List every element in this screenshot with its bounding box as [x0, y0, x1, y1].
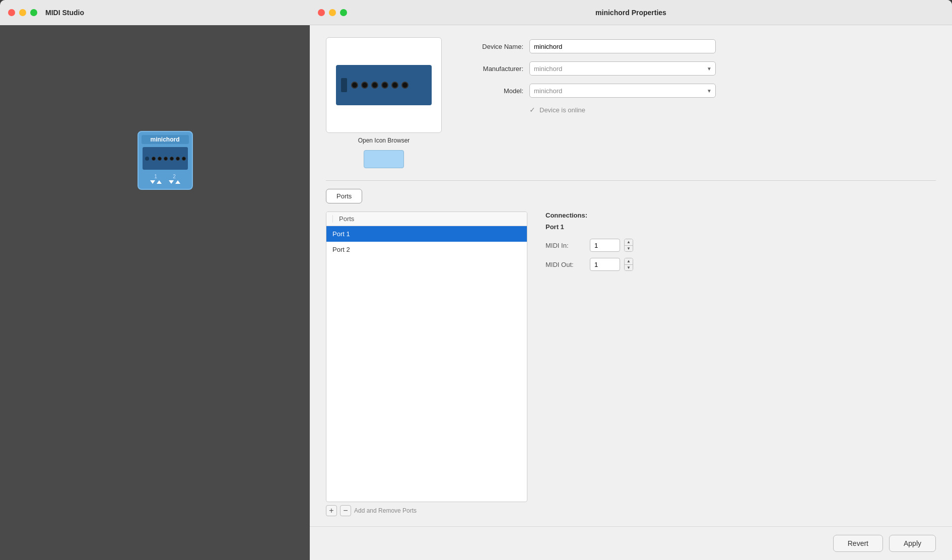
midi-out-stepper: ▲ ▼	[624, 258, 633, 271]
large-knob-2	[361, 82, 368, 89]
device-online-checkmark-icon: ✓	[529, 106, 535, 114]
midi-in-stepper-down[interactable]: ▼	[625, 246, 633, 252]
icon-area: Open Icon Browser	[326, 37, 442, 168]
device-image-small	[143, 147, 188, 170]
port-row-2[interactable]: Port 2	[326, 242, 527, 257]
port-number-1: 1	[154, 174, 157, 179]
midi-out-label: MIDI Out:	[546, 261, 586, 268]
device-knob-1	[152, 157, 156, 161]
add-port-button[interactable]: +	[326, 505, 337, 516]
large-knob-3	[371, 82, 378, 89]
props-tl-green[interactable]	[340, 9, 347, 16]
revert-button[interactable]: Revert	[833, 535, 883, 552]
connections-title: Connections:	[546, 212, 928, 219]
large-knob-4	[381, 82, 388, 89]
device-card: minichord 1	[138, 131, 193, 190]
ports-actions: + − Add and Remove Ports	[326, 505, 527, 516]
top-divider	[326, 180, 936, 181]
connections-section: Connections: Port 1 MIDI In: ▲ ▼ MIDI Ou…	[537, 212, 936, 516]
device-knob-6	[182, 157, 186, 161]
traffic-light-green[interactable]	[30, 9, 37, 16]
apply-button[interactable]: Apply	[889, 535, 936, 552]
device-name-row: Device Name:	[458, 39, 936, 53]
props-tl-red[interactable]	[318, 9, 325, 16]
ports-table: Ports Port 1 Port 2	[326, 212, 527, 502]
properties-content: Open Icon Browser Device Name: Manufactu…	[310, 25, 952, 526]
color-swatch[interactable]	[364, 150, 404, 168]
arrow-down-2	[169, 180, 174, 184]
open-icon-browser-button[interactable]: Open Icon Browser	[358, 137, 410, 144]
device-node-minichord[interactable]: minichord 1	[136, 131, 194, 190]
large-knob-6	[401, 82, 409, 89]
midi-in-label: MIDI In:	[546, 242, 586, 249]
icon-box	[326, 37, 442, 133]
midi-studio-canvas: minichord 1	[0, 25, 310, 560]
device-image-large	[336, 65, 432, 105]
model-select[interactable]: minichord	[529, 84, 716, 98]
device-knob-4	[170, 157, 174, 161]
manufacturer-select[interactable]: minichord	[529, 61, 716, 76]
device-knob-3	[164, 157, 168, 161]
arrow-down-1	[150, 180, 155, 184]
tab-ports[interactable]: Ports	[326, 189, 362, 203]
port-group-1: 1	[150, 174, 162, 184]
device-ports-row: 1 2	[142, 174, 189, 184]
port-arrows-1	[150, 180, 162, 184]
traffic-light-red[interactable]	[8, 9, 15, 16]
model-label: Model:	[458, 87, 523, 95]
midi-studio-window: MIDI Studio minichord	[0, 0, 310, 560]
midi-out-row: MIDI Out: ▲ ▼	[546, 258, 928, 271]
manufacturer-label: Manufacturer:	[458, 65, 523, 73]
midi-out-stepper-down[interactable]: ▼	[625, 265, 633, 271]
midi-in-stepper: ▲ ▼	[624, 239, 633, 252]
add-remove-label: Add and Remove Ports	[354, 507, 417, 514]
fields-area: Device Name: Manufacturer: minichord ▼ M…	[458, 37, 936, 168]
midi-out-stepper-up[interactable]: ▲	[625, 258, 633, 265]
port-number-2: 2	[173, 174, 176, 179]
connection-port-name: Port 1	[546, 223, 928, 231]
top-section: Open Icon Browser Device Name: Manufactu…	[326, 37, 936, 168]
midi-in-input[interactable]	[590, 239, 620, 252]
device-online-row: ✓ Device is online	[529, 106, 936, 114]
remove-port-button[interactable]: −	[340, 505, 351, 516]
device-name-input[interactable]	[529, 39, 716, 53]
ports-column-header: Ports	[332, 215, 521, 223]
device-knob-5	[176, 157, 180, 161]
props-traffic-lights	[318, 9, 347, 16]
bottom-bar: Revert Apply	[310, 526, 952, 560]
props-tl-yellow[interactable]	[329, 9, 336, 16]
large-knob-5	[391, 82, 398, 89]
midi-in-row: MIDI In: ▲ ▼	[546, 239, 928, 252]
properties-titlebar: minichord Properties	[310, 0, 952, 25]
midi-studio-titlebar: MIDI Studio	[0, 0, 310, 25]
device-name-label: Device Name:	[458, 43, 523, 50]
port-arrows-2	[169, 180, 180, 184]
model-select-wrapper: minichord ▼	[529, 84, 716, 98]
large-knob-1	[351, 82, 358, 89]
ports-list-container: Ports Port 1 Port 2 + − Add and Remove P…	[326, 212, 527, 516]
properties-window: minichord Properties	[310, 0, 952, 560]
manufacturer-select-wrapper: minichord ▼	[529, 61, 716, 76]
ports-section: Ports Port 1 Port 2 + − Add and Remove P…	[326, 212, 936, 516]
device-online-label: Device is online	[539, 106, 585, 114]
arrow-up-1	[157, 180, 162, 184]
midi-out-input[interactable]	[590, 258, 620, 271]
arrow-up-2	[175, 180, 180, 184]
tabs-bar: Ports	[326, 189, 936, 203]
port-row-1[interactable]: Port 1	[326, 226, 527, 242]
traffic-light-yellow[interactable]	[19, 9, 26, 16]
device-knob-2	[158, 157, 162, 161]
manufacturer-row: Manufacturer: minichord ▼	[458, 61, 936, 76]
large-knobs	[351, 82, 409, 89]
device-card-label: minichord	[142, 135, 189, 144]
properties-title: minichord Properties	[595, 9, 666, 17]
port-group-2: 2	[169, 174, 180, 184]
midi-in-stepper-up[interactable]: ▲	[625, 239, 633, 246]
ports-table-header: Ports	[326, 212, 527, 226]
midi-studio-title: MIDI Studio	[45, 9, 84, 17]
model-row: Model: minichord ▼	[458, 84, 936, 98]
